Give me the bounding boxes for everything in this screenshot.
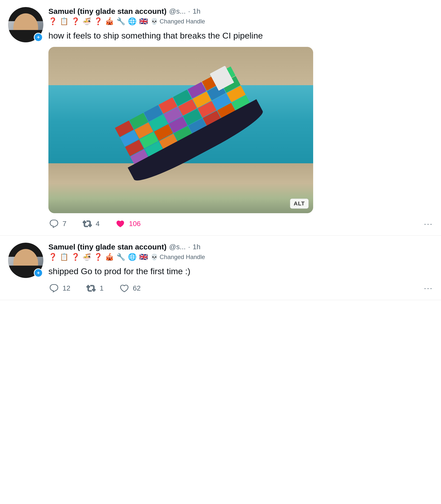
reply-count-2: 12 [63,284,70,292]
plus-icon-2: + [35,269,42,277]
badge-question-3: ❓ [94,17,103,25]
skull-icon-1: 💀 [151,18,158,25]
changed-handle-1: 💀 Changed Handle [151,18,205,25]
like-action-1[interactable]: 106 [115,218,141,229]
avatar-wrapper-2: + [8,243,43,278]
more-dots-1: ··· [424,219,433,229]
reply-action-1[interactable]: 7 [48,218,67,229]
tweet-actions-2: 12 1 62 ··· [48,283,433,294]
badges-row-2: ❓ 📋 ❓ 🍜 ❓ 🎪 🔧 🌐 🇬🇧 💀 Changed Handle [48,253,433,261]
tweet-content-2: Samuel (tiny glade stan account) @s... ·… [48,243,433,294]
changed-handle-2: 💀 Changed Handle [151,254,205,261]
badge-question-5: ❓ [71,253,80,261]
badge-question-1: ❓ [48,17,57,25]
canal-bank-bottom [48,163,313,213]
canal-bank-top [48,47,313,88]
badge-noodle-1: 🍜 [82,17,91,25]
like-count-1: 106 [129,220,141,228]
badge-uk-2: 🇬🇧 [139,253,148,261]
like-count-2: 62 [133,284,141,292]
avatar-wrapper-1: + [8,7,43,42]
badge-notepad-2: 📋 [60,253,69,261]
badge-question-4: ❓ [48,253,57,261]
tweet-1: + Samuel (tiny glade stan account) @s...… [0,0,441,236]
reply-count-1: 7 [63,220,67,228]
tweet-image-1[interactable]: ALT [48,47,313,213]
display-name-2[interactable]: Samuel (tiny glade stan account) [48,243,166,251]
plus-icon-1: + [35,34,42,41]
retweet-icon-2 [85,283,97,294]
display-name-1[interactable]: Samuel (tiny glade stan account) [48,7,166,16]
retweet-icon-1 [82,218,93,229]
changed-handle-label-1: Changed Handle [160,18,205,25]
badge-question-6: ❓ [94,253,103,261]
canal-scene [48,47,313,213]
heart-icon-1 [115,218,126,229]
tweet-text-2: shipped Go to prod for the first time :) [48,265,433,277]
badge-globe-1: 🌐 [128,17,137,25]
badge-wrench-2: 🔧 [116,253,125,261]
badge-globe-2: 🌐 [128,253,137,261]
timestamp-1: 1h [193,7,200,15]
more-dots-2: ··· [424,284,433,293]
reply-action-2[interactable]: 12 [48,283,70,294]
like-action-2[interactable]: 62 [119,283,141,294]
retweet-action-2[interactable]: 1 [85,283,104,294]
badge-noodle-2: 🍜 [82,253,91,261]
retweet-count-1: 4 [96,220,100,228]
badge-question-2: ❓ [71,17,80,25]
heart-icon-2 [119,283,130,294]
badge-wrench-1: 🔧 [116,17,125,25]
dot-separator-1: · [188,7,190,15]
add-follow-button-1[interactable]: + [34,33,43,42]
dot-separator-2: · [188,243,190,251]
skull-icon-2: 💀 [151,254,158,261]
alt-badge-1[interactable]: ALT [290,199,309,209]
tweet-actions-1: 7 4 106 ··· [48,218,433,229]
tweet-text-1: how it feels to ship something that brea… [48,29,433,42]
changed-handle-label-2: Changed Handle [160,254,205,261]
username-2[interactable]: @s... [169,243,186,251]
more-action-1[interactable]: ··· [424,219,433,229]
reply-icon-2 [48,283,60,294]
tweet-2: + Samuel (tiny glade stan account) @s...… [0,236,441,300]
username-1[interactable]: @s... [169,7,186,15]
retweet-count-2: 1 [100,284,104,292]
badge-uk-1: 🇬🇧 [139,17,148,25]
tweet-header-2: Samuel (tiny glade stan account) @s... ·… [48,243,433,251]
more-action-2[interactable]: ··· [424,284,433,293]
badge-circus-2: 🎪 [105,253,114,261]
retweet-action-1[interactable]: 4 [82,218,100,229]
badges-row-1: ❓ 📋 ❓ 🍜 ❓ 🎪 🔧 🌐 🇬🇧 💀 Changed Handle [48,17,433,25]
canal-image: ALT [48,47,313,213]
badge-notepad-1: 📋 [60,17,69,25]
tweet-header-1: Samuel (tiny glade stan account) @s... ·… [48,7,433,16]
badge-circus-1: 🎪 [105,17,114,25]
reply-icon-1 [48,218,60,229]
timestamp-2: 1h [193,243,200,251]
tweet-content-1: Samuel (tiny glade stan account) @s... ·… [48,7,433,229]
